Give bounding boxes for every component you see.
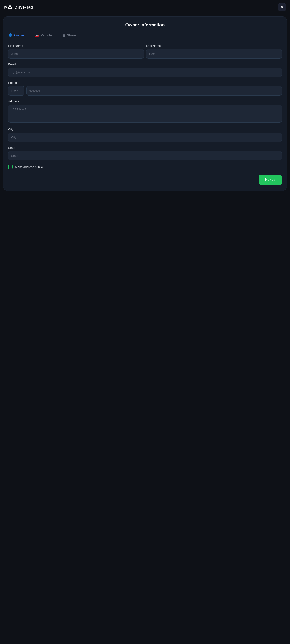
first-name-group: First Name	[8, 44, 144, 58]
state-input[interactable]	[8, 151, 282, 160]
step-share[interactable]: ⊞ Share	[62, 33, 76, 38]
city-input[interactable]	[8, 132, 282, 142]
share-step-icon: ⊞	[62, 33, 65, 38]
phone-row: +92 ▾	[8, 86, 282, 96]
address-label: Address	[8, 100, 282, 103]
email-group: Email	[8, 62, 282, 77]
first-name-input[interactable]	[8, 49, 144, 58]
steps-row: 👤 Owner —— 🚗 Vehicle —— ⊞ Share	[8, 33, 282, 38]
make-address-public-label: Make address public	[15, 165, 43, 168]
step-vehicle[interactable]: 🚗 Vehicle	[35, 33, 52, 38]
logo-svg	[8, 5, 12, 9]
make-address-public-row: Make address public	[8, 164, 282, 169]
state-label: State	[8, 146, 282, 150]
vehicle-step-icon: 🚗	[35, 33, 39, 38]
settings-icon: ✺	[280, 5, 284, 10]
email-label: Email	[8, 62, 282, 66]
last-name-group: Last Name	[146, 44, 282, 58]
owner-info-card: Owner Information 👤 Owner —— 🚗 Vehicle —…	[3, 16, 287, 191]
make-address-public-checkbox[interactable]	[8, 164, 13, 169]
address-group: Address	[8, 100, 282, 124]
owner-step-icon: 👤	[8, 33, 13, 38]
first-name-label: First Name	[8, 44, 144, 48]
next-button[interactable]: Next ›	[259, 174, 282, 185]
last-name-label: Last Name	[146, 44, 282, 48]
chevron-right-icon: ›	[274, 178, 275, 182]
next-btn-row: Next ›	[8, 174, 282, 185]
owner-step-label: Owner	[14, 34, 24, 37]
phone-number-input[interactable]	[26, 86, 282, 96]
last-name-input[interactable]	[146, 49, 282, 58]
step-divider-2: ——	[54, 34, 60, 37]
chevron-down-icon: ▾	[17, 90, 18, 92]
logo-icon: ⊳	[4, 5, 12, 10]
email-input[interactable]	[8, 68, 282, 77]
name-row: First Name Last Name	[8, 44, 282, 58]
city-group: City	[8, 128, 282, 142]
settings-button[interactable]: ✺	[278, 3, 286, 11]
app-name: Drive-Tag	[14, 5, 33, 10]
phone-code-selector[interactable]: +92 ▾	[8, 86, 24, 96]
card-title: Owner Information	[8, 22, 282, 28]
step-owner[interactable]: 👤 Owner	[8, 33, 24, 38]
next-button-label: Next	[265, 178, 273, 182]
phone-group: Phone +92 ▾	[8, 81, 282, 96]
vehicle-step-label: Vehicle	[41, 34, 52, 37]
top-bar: ⊳ Drive-Tag ✺	[0, 0, 290, 14]
share-step-label: Share	[67, 34, 76, 37]
step-divider-1: ——	[27, 34, 32, 37]
city-label: City	[8, 128, 282, 131]
state-group: State	[8, 146, 282, 160]
phone-code-value: +92	[11, 89, 16, 92]
logo-area: ⊳ Drive-Tag	[4, 5, 33, 10]
phone-label: Phone	[8, 81, 282, 84]
address-input[interactable]	[8, 104, 282, 123]
